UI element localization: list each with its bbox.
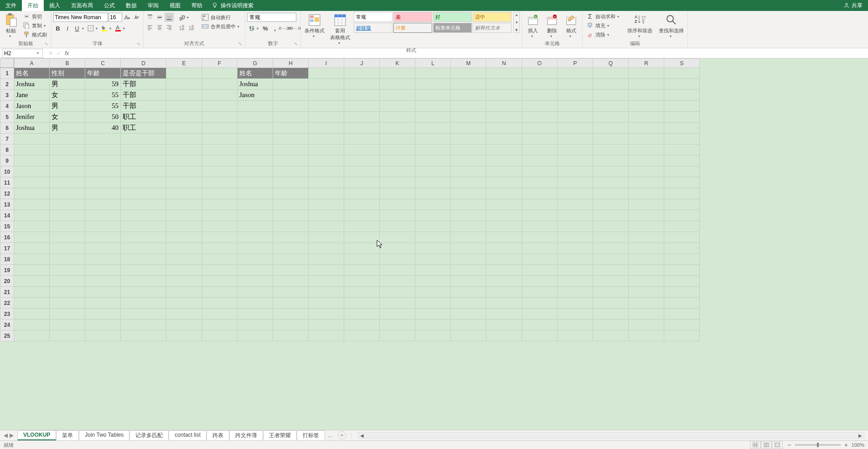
cell-E24[interactable] bbox=[166, 320, 202, 330]
select-all-corner[interactable] bbox=[0, 59, 14, 68]
cell-S9[interactable] bbox=[664, 155, 700, 166]
cell-B3[interactable]: 女 bbox=[50, 90, 85, 101]
cell-B6[interactable]: 男 bbox=[50, 123, 85, 134]
cell-H15[interactable] bbox=[273, 221, 309, 232]
sheet-nav-prev[interactable]: ◀ bbox=[4, 432, 8, 439]
cell-M18[interactable] bbox=[451, 254, 486, 265]
align-center-button[interactable] bbox=[155, 23, 164, 32]
tab-view[interactable]: 视图 bbox=[164, 0, 186, 11]
cell-D10[interactable] bbox=[121, 166, 166, 177]
cell-Q14[interactable] bbox=[593, 210, 629, 221]
bold-button[interactable]: B bbox=[53, 24, 62, 33]
cell-R7[interactable] bbox=[629, 134, 664, 145]
cell-L2[interactable] bbox=[415, 79, 451, 90]
cell-M12[interactable] bbox=[451, 188, 486, 199]
row-header-8[interactable]: 8 bbox=[0, 145, 14, 155]
tab-review[interactable]: 审阅 bbox=[142, 0, 164, 11]
cell-N15[interactable] bbox=[486, 221, 522, 232]
style-gallery-scroll[interactable]: ▴ ▾ ▼ bbox=[513, 12, 520, 33]
cell-F9[interactable] bbox=[202, 155, 238, 166]
increase-indent-button[interactable] bbox=[187, 23, 196, 32]
col-header-J[interactable]: J bbox=[344, 59, 380, 68]
cut-button[interactable]: ✂剪切 bbox=[21, 12, 49, 21]
cell-Q25[interactable] bbox=[593, 330, 629, 341]
cell-P2[interactable] bbox=[558, 79, 593, 90]
cell-E6[interactable] bbox=[166, 123, 202, 134]
cell-L18[interactable] bbox=[415, 254, 451, 265]
tab-file[interactable]: 文件 bbox=[0, 0, 22, 11]
col-header-P[interactable]: P bbox=[558, 59, 593, 68]
col-header-F[interactable]: F bbox=[202, 59, 238, 68]
cell-K19[interactable] bbox=[380, 265, 415, 276]
cell-L20[interactable] bbox=[415, 276, 451, 287]
cell-Q11[interactable] bbox=[593, 177, 629, 188]
cell-O19[interactable] bbox=[522, 265, 558, 276]
cell-F3[interactable] bbox=[202, 90, 238, 101]
cell-S18[interactable] bbox=[664, 254, 700, 265]
cell-F22[interactable] bbox=[202, 298, 238, 309]
cell-H13[interactable] bbox=[273, 199, 309, 210]
cell-B22[interactable] bbox=[50, 298, 85, 309]
orientation-button[interactable]: ab bbox=[177, 13, 186, 22]
cell-C11[interactable] bbox=[85, 177, 121, 188]
cell-A24[interactable] bbox=[14, 320, 50, 330]
cell-H7[interactable] bbox=[273, 134, 309, 145]
cell-I7[interactable] bbox=[309, 134, 344, 145]
cell-S22[interactable] bbox=[664, 298, 700, 309]
cell-A4[interactable]: Jason bbox=[14, 101, 50, 112]
cell-M3[interactable] bbox=[451, 90, 486, 101]
cell-H17[interactable] bbox=[273, 243, 309, 254]
cell-C7[interactable] bbox=[85, 134, 121, 145]
cell-A6[interactable]: Joshua bbox=[14, 123, 50, 134]
cell-B14[interactable] bbox=[50, 210, 85, 221]
cell-Q19[interactable] bbox=[593, 265, 629, 276]
chevron-down-icon[interactable]: ▾ bbox=[516, 20, 518, 25]
row-header-11[interactable]: 11 bbox=[0, 177, 14, 188]
sheet-tab-跨表[interactable]: 跨表 bbox=[207, 430, 229, 440]
cell-S16[interactable] bbox=[664, 232, 700, 243]
cell-S15[interactable] bbox=[664, 221, 700, 232]
cell-O4[interactable] bbox=[522, 101, 558, 112]
cell-A25[interactable] bbox=[14, 330, 50, 341]
table-format-button[interactable]: 套用 表格格式▾ bbox=[328, 12, 352, 46]
fx-icon[interactable]: fx bbox=[65, 50, 69, 57]
cell-S3[interactable] bbox=[664, 90, 700, 101]
cell-O24[interactable] bbox=[522, 320, 558, 330]
cell-C20[interactable] bbox=[85, 276, 121, 287]
cell-P14[interactable] bbox=[558, 210, 593, 221]
cell-D9[interactable] bbox=[121, 155, 166, 166]
cell-L11[interactable] bbox=[415, 177, 451, 188]
cell-B9[interactable] bbox=[50, 155, 85, 166]
cell-P22[interactable] bbox=[558, 298, 593, 309]
cell-I6[interactable] bbox=[309, 123, 344, 134]
cell-A23[interactable] bbox=[14, 309, 50, 320]
cell-R4[interactable] bbox=[629, 101, 664, 112]
cell-J7[interactable] bbox=[344, 134, 380, 145]
cell-P21[interactable] bbox=[558, 287, 593, 298]
cell-F6[interactable] bbox=[202, 123, 238, 134]
sheet-area[interactable]: ABCDEFGHIJKLMNOPQRS1姓名性别年龄是否是干部姓名年龄2Josh… bbox=[0, 58, 868, 430]
col-header-Q[interactable]: Q bbox=[593, 59, 629, 68]
cell-K10[interactable] bbox=[380, 166, 415, 177]
cell-S6[interactable] bbox=[664, 123, 700, 134]
cell-N7[interactable] bbox=[486, 134, 522, 145]
row-header-20[interactable]: 20 bbox=[0, 276, 14, 287]
cell-D11[interactable] bbox=[121, 177, 166, 188]
cell-C3[interactable]: 55 bbox=[85, 90, 121, 101]
cell-N4[interactable] bbox=[486, 101, 522, 112]
cell-M5[interactable] bbox=[451, 112, 486, 123]
cell-Q21[interactable] bbox=[593, 287, 629, 298]
cell-J21[interactable] bbox=[344, 287, 380, 298]
cell-J11[interactable] bbox=[344, 177, 380, 188]
cell-Q13[interactable] bbox=[593, 199, 629, 210]
cell-S7[interactable] bbox=[664, 134, 700, 145]
cell-S19[interactable] bbox=[664, 265, 700, 276]
cell-F19[interactable] bbox=[202, 265, 238, 276]
cell-A16[interactable] bbox=[14, 232, 50, 243]
cell-I25[interactable] bbox=[309, 330, 344, 341]
row-header-12[interactable]: 12 bbox=[0, 188, 14, 199]
cell-E8[interactable] bbox=[166, 145, 202, 155]
cell-J20[interactable] bbox=[344, 276, 380, 287]
cell-H3[interactable] bbox=[273, 90, 309, 101]
cell-C10[interactable] bbox=[85, 166, 121, 177]
